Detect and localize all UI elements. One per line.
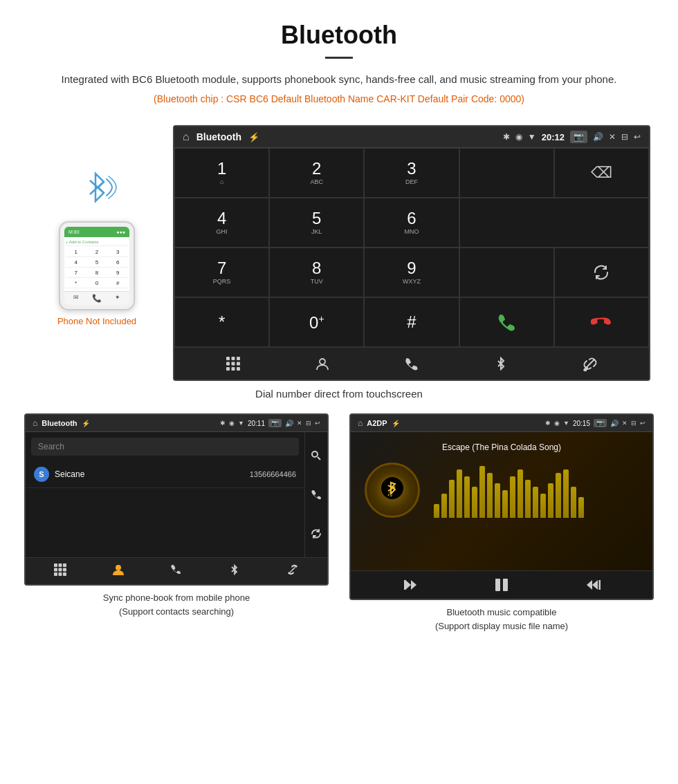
phone-icon[interactable] [398, 356, 425, 371]
pb-grid-icon[interactable] [54, 563, 66, 579]
dial-caption: Dial number direct from touchscreen [0, 388, 678, 400]
a2dp-caption: Bluetooth music compatible (Support disp… [435, 606, 568, 633]
pb-screen-title: Bluetooth [42, 419, 77, 427]
dial-screen-time: 20:12 [542, 132, 565, 142]
a2dp-header: ⌂ A2DP ⚡ ✱ ◉ ▼ 20:15 📷 🔊 ✕ ⊟ ↩ [351, 415, 652, 432]
close-icon[interactable]: ✕ [609, 132, 616, 142]
pb-volume-icon[interactable]: 🔊 [285, 420, 293, 427]
pb-link-bottom-icon[interactable] [286, 563, 299, 579]
minimize-icon[interactable]: ⊟ [621, 132, 628, 142]
phone-screen: + Add to Contacts 1 2 3 4 5 6 7 8 9 * 0 … [64, 237, 129, 291]
pb-close-icon[interactable]: ✕ [297, 420, 302, 427]
pb-back-icon[interactable]: ↩ [315, 420, 320, 427]
contact-avatar: S [34, 467, 49, 482]
a2dp-close-icon[interactable]: ✕ [622, 420, 627, 427]
svg-rect-16 [54, 563, 57, 567]
pb-bt-bottom-icon[interactable] [228, 563, 241, 579]
dial-key-hash[interactable]: # [364, 297, 459, 347]
svg-marker-30 [405, 580, 411, 590]
dial-key-1[interactable]: 1 ⌂ [174, 148, 269, 198]
bluetooth-icon[interactable] [487, 356, 515, 371]
dial-key-5[interactable]: 5 JKL [269, 198, 364, 248]
dial-key-0[interactable]: 0+ [269, 297, 364, 347]
end-call-button[interactable] [554, 297, 649, 347]
link-icon[interactable] [576, 356, 604, 371]
back-icon[interactable]: ↩ [634, 132, 641, 142]
backspace-button[interactable]: ⌫ [554, 148, 649, 198]
search-placeholder: Search [38, 442, 64, 451]
eq-bar [479, 466, 485, 518]
eq-bar [434, 504, 439, 518]
pb-signal-icon: ▼ [238, 420, 244, 427]
svg-point-14 [312, 451, 318, 457]
phone-top-bar: M:80 ●●● [64, 227, 129, 237]
a2dp-back-icon[interactable]: ↩ [640, 420, 645, 427]
contacts-icon[interactable] [309, 356, 336, 371]
bluetooth-wave-icon [76, 167, 118, 214]
next-track-button[interactable] [576, 577, 610, 593]
home-icon[interactable]: ⌂ [183, 131, 190, 143]
a2dp-minimize-icon[interactable]: ⊟ [631, 420, 636, 427]
a2dp-camera-icon[interactable]: 📷 [594, 419, 607, 427]
a2dp-volume-icon[interactable]: 🔊 [610, 420, 619, 427]
pb-camera-icon[interactable]: 📷 [268, 419, 282, 427]
svg-rect-8 [226, 367, 230, 371]
phone-device: M:80 ●●● + Add to Contacts 1 2 3 4 5 6 7… [59, 221, 135, 310]
title-divider [325, 57, 353, 59]
a2dp-time: 20:15 [573, 420, 590, 427]
svg-line-13 [586, 366, 587, 368]
a2dp-controls [351, 570, 652, 599]
dial-key-6[interactable]: 6 MNO [364, 198, 459, 248]
a2dp-body: Escape (The Pina Colada Song) ♫ [351, 432, 652, 570]
contact-number: 13566664466 [250, 470, 296, 478]
svg-rect-18 [63, 563, 66, 567]
dial-key-4[interactable]: 4 GHI [174, 198, 269, 248]
pb-loc-icon: ◉ [229, 420, 235, 427]
dial-key-9[interactable]: 9 WXYZ [364, 248, 459, 297]
eq-bar [571, 487, 576, 518]
dial-key-star[interactable]: * [174, 297, 269, 347]
a2dp-home-icon[interactable]: ⌂ [358, 418, 363, 428]
car-screen-header: ⌂ Bluetooth ⚡ ✱ ◉ ▼ 20:12 📷 🔊 ✕ ⊟ ↩ [174, 127, 649, 148]
dialpad-icon[interactable] [219, 356, 247, 371]
phonebook-side-icons [304, 432, 327, 557]
svg-rect-4 [237, 357, 240, 360]
svg-line-1 [90, 182, 104, 194]
page-description: Integrated with BC6 Bluetooth module, su… [42, 71, 636, 88]
pb-bt-icon: ✱ [220, 420, 226, 427]
signal-icon: ▼ [528, 132, 536, 142]
contact-row[interactable]: S Seicane 13566664466 [26, 461, 304, 488]
prev-track-button[interactable] [393, 577, 428, 593]
search-side-icon[interactable] [311, 450, 322, 461]
pb-phone-icon[interactable] [170, 563, 183, 579]
volume-icon[interactable]: 🔊 [593, 132, 603, 142]
eq-bar [449, 480, 455, 518]
pb-minimize-icon[interactable]: ⊟ [306, 420, 311, 427]
phonebook-card: ⌂ Bluetooth ⚡ ✱ ◉ ▼ 20:11 📷 🔊 ✕ ⊟ ↩ [21, 413, 332, 633]
svg-rect-32 [404, 580, 406, 590]
call-side-icon[interactable] [311, 489, 322, 500]
a2dp-usb-icon: ⚡ [392, 420, 400, 427]
car-dial-screen: ⌂ Bluetooth ⚡ ✱ ◉ ▼ 20:12 📷 🔊 ✕ ⊟ ↩ 1 ⌂ [173, 125, 650, 381]
pb-user-icon[interactable] [112, 563, 125, 579]
dial-key-2[interactable]: 2 ABC [269, 148, 364, 198]
svg-rect-2 [226, 357, 230, 360]
dial-key-3[interactable]: 3 DEF [364, 148, 459, 198]
usb-icon: ⚡ [248, 132, 259, 142]
refresh-button[interactable] [554, 248, 649, 297]
call-button[interactable] [459, 297, 554, 347]
refresh-side-icon[interactable] [311, 528, 322, 539]
dial-key-7[interactable]: 7 PQRS [174, 248, 269, 297]
svg-line-0 [90, 180, 104, 193]
svg-rect-19 [54, 568, 57, 572]
eq-bar [464, 476, 470, 518]
svg-rect-24 [63, 572, 66, 576]
eq-bar [517, 469, 523, 518]
camera-icon[interactable]: 📷 [570, 131, 587, 143]
svg-rect-21 [63, 568, 66, 572]
dial-key-8[interactable]: 8 TUV [269, 248, 364, 297]
car-screen-title: Bluetooth [196, 131, 241, 142]
phonebook-search-bar[interactable]: Search [31, 438, 299, 456]
pb-home-icon[interactable]: ⌂ [33, 418, 37, 428]
play-pause-button[interactable] [484, 577, 519, 593]
